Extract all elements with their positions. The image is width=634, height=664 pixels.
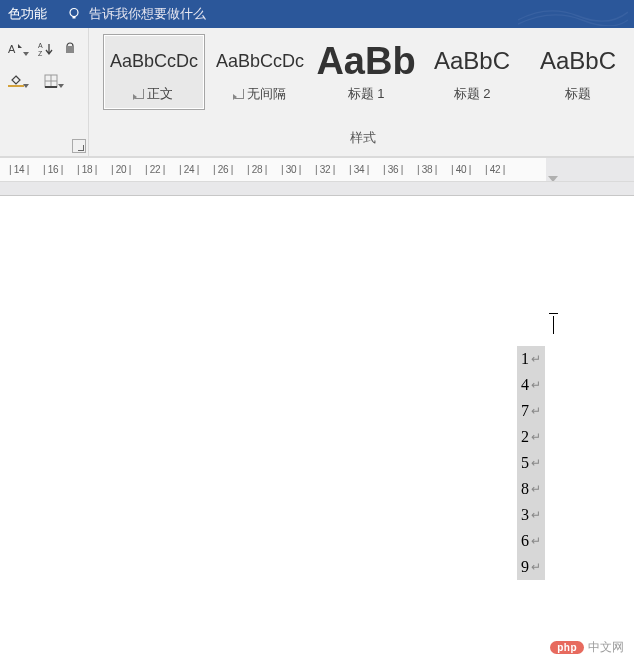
document-line[interactable]: 4↵	[517, 372, 545, 398]
watermark-badge: php	[550, 641, 584, 654]
ruler-right-margin	[546, 158, 634, 182]
style-preview: AaBbCcDc	[216, 41, 304, 81]
ruler-tick: | 22 |	[138, 164, 172, 175]
sort-button[interactable]: AZ	[35, 38, 57, 60]
document-line[interactable]: 3↵	[517, 502, 545, 528]
return-mark-icon: ↵	[531, 534, 541, 549]
paragraph-mark-icon	[135, 89, 144, 99]
text-cursor	[553, 316, 554, 334]
return-mark-icon: ↵	[531, 378, 541, 393]
style-label: 标题 2	[454, 85, 491, 103]
styles-group: AaBbCcDc正文AaBbCcDc无间隔AaBb标题 1AaBbC标题 2Aa…	[89, 28, 634, 156]
ruler-tick: | 14 |	[2, 164, 36, 175]
style-label: 无间隔	[235, 85, 286, 103]
style-item-2[interactable]: AaBb标题 1	[315, 34, 417, 110]
text-direction-button[interactable]: A	[0, 38, 32, 60]
svg-rect-1	[73, 16, 76, 19]
style-preview: AaBbC	[434, 41, 510, 81]
return-mark-icon: ↵	[531, 404, 541, 419]
show-marks-button[interactable]	[60, 38, 82, 60]
document-page[interactable]: 1↵4↵7↵2↵5↵8↵3↵6↵9↵ php 中文网	[0, 196, 634, 664]
svg-text:A: A	[38, 42, 43, 49]
svg-rect-5	[8, 85, 24, 87]
svg-text:Z: Z	[38, 50, 43, 57]
style-item-3[interactable]: AaBbC标题 2	[421, 34, 523, 110]
document-line[interactable]: 5↵	[517, 450, 545, 476]
return-mark-icon: ↵	[531, 508, 541, 523]
lightbulb-icon[interactable]	[65, 5, 83, 23]
paragraph-dialog-launcher[interactable]	[72, 139, 86, 153]
horizontal-ruler[interactable]: | 14 || 16 || 18 || 20 || 22 || 24 || 26…	[0, 158, 634, 182]
paragraph-group: A AZ	[0, 28, 89, 156]
return-mark-icon: ↵	[531, 456, 541, 471]
return-mark-icon: ↵	[531, 430, 541, 445]
styles-gallery[interactable]: AaBbCcDc正文AaBbCcDc无间隔AaBb标题 1AaBbC标题 2Aa…	[89, 28, 634, 124]
return-mark-icon: ↵	[531, 352, 541, 367]
ruler-tick: | 38 |	[410, 164, 444, 175]
title-bar: 色功能 告诉我你想要做什么	[0, 0, 634, 28]
return-mark-icon: ↵	[531, 560, 541, 575]
watermark-text: 中文网	[588, 639, 624, 656]
ruler-tick: | 42 |	[478, 164, 512, 175]
style-label: 标题	[565, 85, 591, 103]
ribbon: A AZ AaBbCcDc正文AaBbCcDc无间隔AaBb标题 1AaBbC标…	[0, 28, 634, 158]
style-preview: AaBbC	[540, 41, 616, 81]
style-preview: AaBbCcDc	[110, 41, 198, 81]
ruler-tick: | 36 |	[376, 164, 410, 175]
title-bar-decoration	[518, 2, 628, 26]
ruler-indent-marker[interactable]	[548, 176, 558, 182]
ruler-tick: | 16 |	[36, 164, 70, 175]
shading-button[interactable]	[0, 70, 32, 92]
page-gap	[0, 182, 634, 196]
document-line[interactable]: 1↵	[517, 346, 545, 372]
paragraph-mark-icon	[235, 89, 244, 99]
style-item-4[interactable]: AaBbC标题	[527, 34, 629, 110]
ruler-tick: | 20 |	[104, 164, 138, 175]
style-item-0[interactable]: AaBbCcDc正文	[103, 34, 205, 110]
document-line[interactable]: 6↵	[517, 528, 545, 554]
style-label: 正文	[135, 85, 173, 103]
document-line[interactable]: 9↵	[517, 554, 545, 580]
ruler-tick: | 32 |	[308, 164, 342, 175]
style-item-1[interactable]: AaBbCcDc无间隔	[209, 34, 311, 110]
ruler-tick: | 28 |	[240, 164, 274, 175]
styles-group-label: 样式	[89, 124, 634, 152]
watermark: php 中文网	[550, 639, 624, 656]
svg-text:A: A	[8, 43, 16, 55]
ruler-tick: | 18 |	[70, 164, 104, 175]
ruler-tick: | 24 |	[172, 164, 206, 175]
text-selection: 1↵4↵7↵2↵5↵8↵3↵6↵9↵	[517, 346, 545, 580]
ruler-tick: | 30 |	[274, 164, 308, 175]
svg-point-0	[70, 9, 78, 17]
style-label: 标题 1	[348, 85, 385, 103]
style-preview: AaBb	[316, 41, 415, 81]
borders-button[interactable]	[35, 70, 67, 92]
title-partial-text: 色功能	[8, 5, 47, 23]
return-mark-icon: ↵	[531, 482, 541, 497]
document-line[interactable]: 8↵	[517, 476, 545, 502]
tellme-input[interactable]: 告诉我你想要做什么	[89, 5, 206, 23]
document-line[interactable]: 2↵	[517, 424, 545, 450]
ruler-tick: | 40 |	[444, 164, 478, 175]
ruler-tick: | 34 |	[342, 164, 376, 175]
ruler-tick: | 26 |	[206, 164, 240, 175]
cursor-cap	[549, 313, 558, 314]
document-line[interactable]: 7↵	[517, 398, 545, 424]
